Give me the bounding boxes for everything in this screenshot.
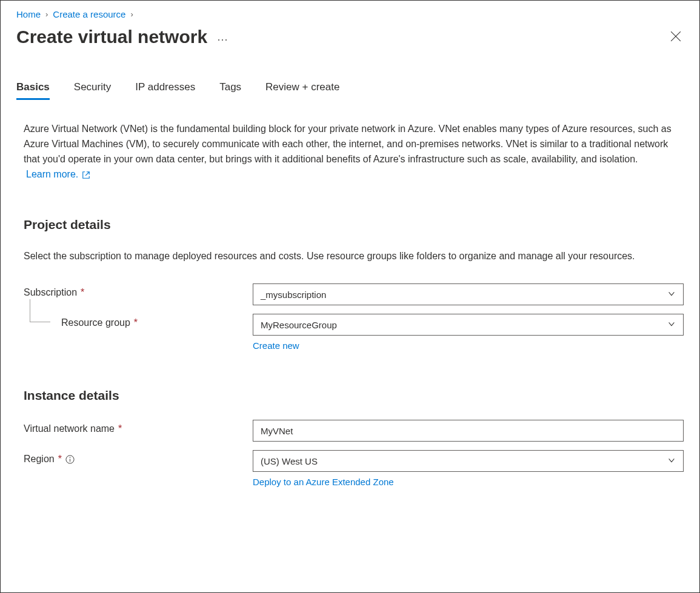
tab-tags[interactable]: Tags [219,81,241,100]
more-icon[interactable]: ⋯ [217,33,229,46]
field-subscription: Subscription * _mysubscription [16,283,684,305]
resource-group-value: MyResourceGroup [261,320,337,330]
tab-security[interactable]: Security [74,81,111,100]
tab-review-create[interactable]: Review + create [265,81,339,100]
chevron-down-icon [667,320,676,330]
intro-text: Azure Virtual Network (VNet) is the fund… [16,122,684,167]
vnet-name-input[interactable] [253,420,684,442]
tab-ip-addresses[interactable]: IP addresses [135,81,195,100]
external-link-icon [82,169,90,180]
field-region: Region * (US) West US Deploy to an Azure… [16,450,684,487]
required-indicator: * [118,423,122,434]
chevron-down-icon [667,290,676,300]
indent-connector [30,299,50,322]
close-icon [670,35,681,44]
resource-group-select[interactable]: MyResourceGroup [253,314,684,336]
tab-basics[interactable]: Basics [16,81,50,100]
instance-details-heading: Instance details [16,388,684,403]
region-select[interactable]: (US) West US [253,450,684,472]
subscription-value: _mysubscription [261,290,326,300]
learn-more-label: Learn more. [26,169,78,180]
close-button[interactable] [668,28,684,46]
region-value: (US) West US [261,456,318,466]
field-resource-group: Resource group * MyResourceGroup Create … [16,314,684,351]
field-vnet-name: Virtual network name * [16,420,684,442]
breadcrumb-create-resource[interactable]: Create a resource [53,9,125,19]
learn-more-link[interactable]: Learn more. [16,169,90,180]
info-icon[interactable] [65,454,75,464]
tab-list: Basics Security IP addresses Tags Review… [16,81,684,100]
chevron-down-icon [667,456,676,466]
resource-group-label: Resource group [61,317,130,328]
page-header: Create virtual network ⋯ [16,27,684,47]
vnet-name-label: Virtual network name [24,423,115,434]
subscription-select[interactable]: _mysubscription [253,283,684,305]
create-new-resource-group-link[interactable]: Create new [253,340,684,351]
project-details-description: Select the subscription to manage deploy… [16,249,684,264]
svg-point-4 [70,457,71,458]
chevron-right-icon: › [45,10,48,19]
required-indicator: * [58,454,62,465]
project-details-heading: Project details [16,217,684,232]
deploy-extended-zone-link[interactable]: Deploy to an Azure Extended Zone [253,477,684,487]
breadcrumb: Home › Create a resource › [16,9,684,19]
chevron-right-icon: › [130,10,133,19]
breadcrumb-home[interactable]: Home [16,9,41,19]
subscription-label: Subscription [24,287,77,298]
page-title: Create virtual network [16,27,207,47]
region-label: Region [24,454,55,465]
required-indicator: * [81,287,84,298]
required-indicator: * [134,317,138,328]
